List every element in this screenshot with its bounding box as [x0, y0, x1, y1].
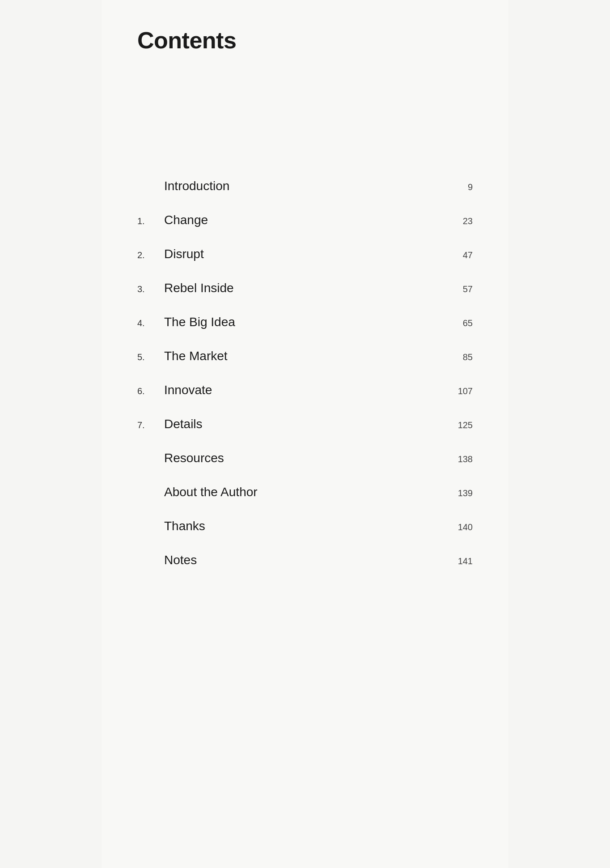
toc-row: 6.Innovate107 [137, 383, 473, 397]
toc-chapter-title: Innovate [164, 383, 437, 397]
toc-row: 3.Rebel Inside57 [137, 281, 473, 295]
toc-chapter-title: Details [164, 417, 437, 431]
toc-page-number: 9 [437, 182, 473, 192]
toc-page-number: 65 [437, 318, 473, 328]
toc-chapter-title: Change [164, 213, 437, 227]
toc-row: 2.Disrupt47 [137, 247, 473, 261]
toc-row: Thanks140 [137, 519, 473, 533]
toc-page-number: 47 [437, 250, 473, 260]
toc-row: Resources138 [137, 451, 473, 465]
toc-chapter-number: 4. [137, 318, 164, 328]
toc-chapter-title: Disrupt [164, 247, 437, 261]
toc-row: 1.Change23 [137, 213, 473, 227]
toc-chapter-title: About the Author [164, 485, 437, 499]
toc-page-number: 140 [437, 522, 473, 532]
toc-chapter-title: The Big Idea [164, 315, 437, 329]
toc-page-number: 85 [437, 352, 473, 362]
toc-row: About the Author139 [137, 485, 473, 499]
toc-page-number: 141 [437, 556, 473, 566]
toc-page-number: 107 [437, 386, 473, 396]
toc-page-number: 125 [437, 420, 473, 430]
table-of-contents: Introduction91.Change232.Disrupt473.Rebe… [137, 179, 473, 567]
page: Contents Introduction91.Change232.Disrup… [102, 0, 508, 868]
toc-chapter-title: Introduction [164, 179, 437, 193]
toc-page-number: 138 [437, 454, 473, 464]
toc-chapter-number: 6. [137, 386, 164, 396]
toc-row: Introduction9 [137, 179, 473, 193]
toc-page-number: 139 [437, 488, 473, 498]
toc-chapter-title: Rebel Inside [164, 281, 437, 295]
toc-chapter-number: 7. [137, 420, 164, 430]
toc-page-number: 57 [437, 284, 473, 294]
toc-chapter-number: 5. [137, 352, 164, 362]
toc-row: Notes141 [137, 553, 473, 567]
toc-row: 7.Details125 [137, 417, 473, 431]
toc-chapter-number: 1. [137, 216, 164, 226]
page-title: Contents [137, 27, 473, 54]
toc-chapter-title: Thanks [164, 519, 437, 533]
toc-page-number: 23 [437, 216, 473, 226]
toc-row: 5.The Market85 [137, 349, 473, 363]
toc-chapter-title: Resources [164, 451, 437, 465]
toc-chapter-number: 3. [137, 284, 164, 294]
toc-chapter-title: Notes [164, 553, 437, 567]
toc-chapter-number: 2. [137, 250, 164, 260]
toc-row: 4.The Big Idea65 [137, 315, 473, 329]
toc-chapter-title: The Market [164, 349, 437, 363]
